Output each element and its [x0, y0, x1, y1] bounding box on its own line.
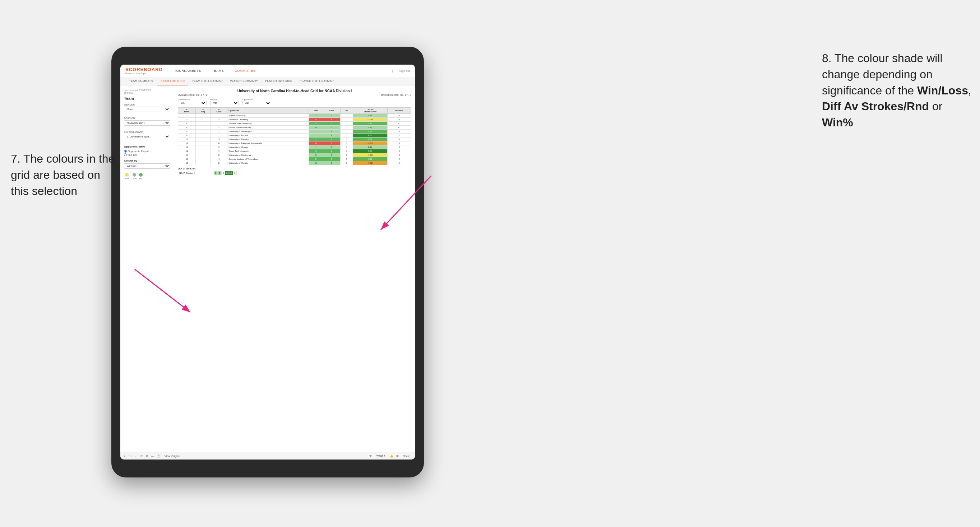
- cell-reg: [196, 125, 210, 130]
- col-loss: Loss: [323, 108, 340, 114]
- cell-rank: 13: [178, 149, 196, 153]
- cell-reg: [196, 133, 210, 138]
- cell-loss: 0: [323, 133, 340, 138]
- tablet-screen: SCOREBOARD Powered by clippd TOURNAMENTS…: [120, 65, 415, 460]
- legend-dot-down: [125, 173, 129, 177]
- logo-sub: Powered by clippd: [126, 72, 163, 75]
- back-icon[interactable]: ←: [135, 454, 138, 458]
- main-content: Last Updated: 27/03/2024 16:55:38 Team G…: [120, 86, 415, 452]
- cell-win: 5: [309, 122, 323, 125]
- table-row: 6 2 Florida State University 4 2 0 1.83 …: [178, 125, 411, 130]
- cell-tie: 0: [340, 122, 353, 125]
- thumb-icon[interactable]: 👍: [390, 454, 393, 458]
- cell-diff: 2.28: [353, 122, 387, 125]
- cell-rounds: 8: [387, 138, 411, 141]
- tab-team-h2h-grid[interactable]: TEAM H2H GRID: [158, 77, 189, 86]
- cell-rank: 16: [178, 161, 196, 165]
- clock-icon[interactable]: 🕐: [157, 454, 160, 458]
- table-row: 14 0 University of Oklahoma 3 1 0 -1.00 …: [178, 153, 411, 157]
- tab-team-summary[interactable]: TEAM SUMMARY: [126, 77, 158, 86]
- cell-rank: 15: [178, 157, 196, 161]
- nav-tournaments[interactable]: TOURNAMENTS: [172, 67, 203, 74]
- filter-region: Region (All): [210, 98, 239, 105]
- table-row: 3 2 Vanderbilt University 0 4 0 -2.29 8: [178, 118, 411, 122]
- tab-player-h2h-heatmap[interactable]: PLAYER H2H HEATMAP: [296, 77, 337, 86]
- conf-filter-select[interactable]: (All): [178, 101, 207, 105]
- nav-teams[interactable]: TEAMS: [210, 67, 226, 74]
- share-btn[interactable]: Share: [402, 454, 411, 458]
- undo-icon[interactable]: ↩: [124, 454, 126, 458]
- school-select[interactable]: 1. University of Nort...: [124, 134, 170, 139]
- watch-btn[interactable]: Watch ▾: [375, 454, 387, 458]
- colour-by-title: Colour by: [124, 159, 170, 162]
- sign-out-link[interactable]: Sign out: [399, 69, 410, 73]
- cell-opponent: Georgia Institute of Technology: [228, 157, 309, 161]
- cell-win: 1: [309, 130, 323, 133]
- radio-opponents-played[interactable]: Opponents Played: [124, 150, 170, 152]
- cell-reg: [196, 118, 210, 122]
- out-div-rounds: 3: [233, 171, 237, 175]
- copy-icon[interactable]: ⧉: [146, 454, 148, 458]
- nav-bar: SCOREBOARD Powered by clippd TOURNAMENTS…: [120, 65, 415, 77]
- cell-opponent: University of Virginia: [228, 145, 309, 149]
- cell-rounds: 3: [387, 141, 411, 145]
- filters-row: Conference (All) Region (All) Opponent: [178, 98, 411, 105]
- col-opponent: Opponent: [228, 108, 309, 114]
- table-row: 15 4 Georgia Institute of Technology 5 0…: [178, 157, 411, 161]
- colour-by-select[interactable]: Win/loss: [124, 163, 170, 169]
- cell-rounds: 9: [387, 157, 411, 161]
- cell-loss: 0: [323, 149, 340, 153]
- cell-opponent: University of Washington: [228, 130, 309, 133]
- cell-conf: 1: [210, 133, 228, 138]
- view-original-btn[interactable]: View: Original: [163, 454, 181, 458]
- cell-loss: 4: [323, 118, 340, 122]
- cell-rank: 3: [178, 118, 196, 122]
- cell-rank: 4: [178, 122, 196, 125]
- cell-conf: 3: [210, 145, 228, 149]
- cell-conf: 4: [210, 157, 228, 161]
- out-of-division-header: Out of division: [178, 167, 411, 170]
- division-select[interactable]: NCAA Division I: [124, 120, 170, 125]
- redo-icon[interactable]: ↪: [129, 454, 132, 458]
- nav-committee[interactable]: COMMITTEE: [232, 67, 258, 74]
- dash-icon[interactable]: —: [151, 454, 154, 458]
- out-div-win: 1: [214, 171, 218, 175]
- bottom-toolbar: ↩ ↪ ← ⟳ ⧉ — 🕐 View: Original 👁 Watch ▾ 👍…: [120, 452, 415, 460]
- cell-win: 1: [309, 133, 323, 138]
- tab-team-h2h-heatmap[interactable]: TEAM H2H HEATMAP: [188, 77, 226, 86]
- cell-tie: 0: [340, 141, 353, 145]
- grid-icon[interactable]: ⊞: [396, 454, 399, 458]
- legend-down: Down: [124, 173, 129, 179]
- opp-filter-select[interactable]: (All): [242, 101, 271, 105]
- cell-win: 3: [309, 161, 323, 165]
- cell-opponent: Arizona State University: [228, 122, 309, 125]
- cell-opponent: Florida State University: [228, 125, 309, 130]
- school-label: School (Rank): [124, 131, 170, 133]
- cell-rounds: 3: [387, 130, 411, 133]
- annotation-right-bold3: Win%: [822, 116, 853, 129]
- cell-opponent: University of Florida: [228, 161, 309, 165]
- gender-select[interactable]: Men's: [124, 106, 170, 112]
- radio-top100[interactable]: Top 100: [124, 153, 170, 156]
- cell-loss: 1: [323, 141, 340, 145]
- legend-dot-up: [139, 173, 143, 177]
- cell-diff: -6.62: [353, 161, 387, 165]
- legend-down-label: Down: [124, 177, 129, 179]
- cell-reg: [196, 145, 210, 149]
- region-filter-label: Region: [210, 98, 239, 100]
- cell-tie: 0: [340, 125, 353, 130]
- filter-conference: Conference (All): [178, 98, 207, 105]
- cell-tie: 0: [340, 149, 353, 153]
- cell-tie: 0: [340, 157, 353, 161]
- tab-player-h2h-grid[interactable]: PLAYER H2H GRID: [261, 77, 296, 86]
- table-row: 16 2 University of Florida 3 1 0 -6.62 9: [178, 161, 411, 165]
- tab-player-summary[interactable]: PLAYER SUMMARY: [226, 77, 261, 86]
- cell-loss: 1: [323, 153, 340, 157]
- legend-row: Down Level Up: [124, 173, 170, 179]
- cell-rank: 2: [178, 114, 196, 118]
- cell-reg: -: [196, 122, 210, 125]
- cell-opponent: University of Alabama: [228, 138, 309, 141]
- out-div-row: NCAA Division II 1 0 0 26.00 3: [178, 171, 237, 175]
- refresh-icon[interactable]: ⟳: [140, 454, 143, 458]
- region-filter-select[interactable]: (All): [210, 101, 239, 105]
